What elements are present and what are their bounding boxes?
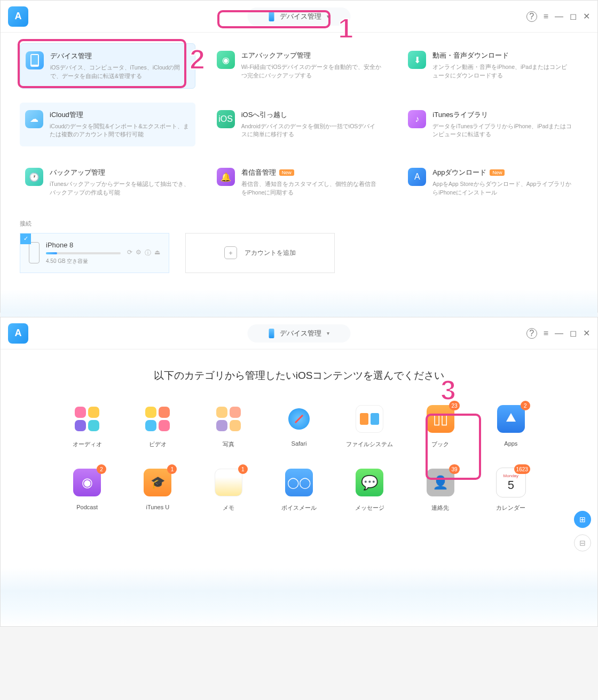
window-category-select: A デバイス管理 ▾ ? ≡ — ◻ ✕ 以下のカテゴリから管理したいiOSコン… <box>0 317 598 627</box>
feature-ios[interactable]: iOS iOSへ引っ越し Androidデバイスのデータを個別か一括でiOSデバ… <box>211 103 387 147</box>
bell-icon: 🔔 <box>217 168 235 186</box>
menu-icon[interactable]: ≡ <box>544 329 548 338</box>
category-name: Apps <box>504 440 517 447</box>
main-content: デバイス管理 iOSデバイス、コンピュータ、iTunes、iCloudの間で、デ… <box>1 33 597 289</box>
titlebar: A デバイス管理 ▾ ? ≡ — ◻ ✕ <box>1 1 597 33</box>
minimize-icon[interactable]: — <box>555 12 563 21</box>
feature-title: デバイス管理 <box>50 51 190 61</box>
phone-icon <box>26 51 44 69</box>
close-icon[interactable]: ✕ <box>583 11 590 21</box>
feature-desc: iCoudのデータを閲覧&インポート&エクスポート、または複数のアカウント間で移… <box>50 122 190 139</box>
category-name: ビデオ <box>149 440 167 448</box>
feature-clock[interactable]: 🕐 バックアップ管理 iTunesバックアップからデータを確認して抽出でき、バッ… <box>20 160 195 205</box>
category-audio[interactable]: オーディオ <box>59 404 115 448</box>
feature-wifi[interactable]: ◉ エアバックアップ管理 Wi-Fi経由でiOSデバイスのデータを自動的で、安全… <box>211 43 387 89</box>
feature-desc: iTunesバックアップからデータを確認して抽出でき、バックアップの作成も可能 <box>50 180 190 197</box>
device-icon <box>29 242 40 263</box>
contacts-icon: 👤39 <box>426 468 455 497</box>
download-icon: ⬇ <box>408 51 426 69</box>
audio-icon <box>72 404 102 434</box>
category-files[interactable]: ファイルシステム <box>342 404 397 448</box>
app-logo: A <box>8 6 28 27</box>
device-name: iPhone 8 <box>46 241 121 249</box>
category-notes[interactable]: 1 メモ <box>201 468 256 512</box>
notes-icon: 1 <box>214 468 243 497</box>
count-badge: 1 <box>167 464 177 474</box>
device-card[interactable]: ✓ iPhone 8 4.50 GB 空き容量 ⟳ ⚙ ⓘ ⏏ <box>20 233 169 273</box>
feature-desc: 着信音、通知音をカスタマイズし、個性的な着信音をiPhoneに同期する <box>241 180 382 197</box>
category-calendar[interactable]: Monday51623 カレンダー <box>483 468 539 512</box>
category-name: カレンダー <box>496 504 525 512</box>
feature-desc: オンライン動画・音声をiPhone、iPadまたはコンピュータにダウンロードする <box>432 63 573 80</box>
category-video[interactable]: ビデオ <box>130 404 185 448</box>
feature-phone[interactable]: デバイス管理 iOSデバイス、コンピュータ、iTunes、iCloudの間で、デ… <box>20 43 195 89</box>
category-grid: オーディオ ビデオ 写真 Safari ファイルシステム▯▯23 ブック2 Ap… <box>1 404 597 512</box>
grid-view-button[interactable]: ⊞ <box>574 511 591 528</box>
feature-title: エアバックアップ管理 <box>241 51 382 60</box>
feature-appstore[interactable]: A AppダウンロードNew AppをApp Storeからダウンロード、App… <box>403 160 578 205</box>
minimize-icon[interactable]: — <box>555 329 563 338</box>
maximize-icon[interactable]: ◻ <box>570 328 577 338</box>
mode-dropdown[interactable]: デバイス管理 ▾ <box>248 324 351 343</box>
chevron-down-icon: ▾ <box>327 13 329 19</box>
titlebar: A デバイス管理 ▾ ? ≡ — ◻ ✕ <box>1 317 597 349</box>
category-itunesu[interactable]: 🎓1 iTunes U <box>130 468 185 512</box>
category-messages[interactable]: 💬 メッセージ <box>342 468 397 512</box>
category-name: ブック <box>431 440 449 448</box>
side-buttons: ⊞ ⊟ <box>574 511 591 551</box>
safari-icon <box>284 404 314 434</box>
settings-icon[interactable]: ⚙ <box>136 248 141 258</box>
plus-icon: ＋ <box>224 246 237 259</box>
video-icon <box>143 404 172 434</box>
photos-icon <box>214 404 243 434</box>
messages-icon: 💬 <box>355 468 384 497</box>
feature-music[interactable]: ♪ iTunesライブラリ データをiTunesライブラリからiPhone、iP… <box>403 103 578 147</box>
category-podcast[interactable]: ◉2 Podcast <box>59 468 115 512</box>
feature-title: iTunesライブラリ <box>432 110 573 120</box>
count-badge: 23 <box>449 401 459 410</box>
count-badge: 2 <box>521 401 530 410</box>
info-icon[interactable]: ⓘ <box>145 248 151 258</box>
feature-bell[interactable]: 🔔 着信音管理New 着信音、通知音をカスタマイズし、個性的な着信音をiPhon… <box>211 160 387 205</box>
category-voicemail[interactable]: ◯◯ ボイスメール <box>271 468 327 512</box>
category-name: 写真 <box>223 440 234 448</box>
help-icon[interactable]: ? <box>526 328 537 339</box>
mode-label: デバイス管理 <box>280 12 321 21</box>
appstore-icon: A <box>408 168 426 186</box>
category-name: Podcast <box>76 504 98 510</box>
help-icon[interactable]: ? <box>526 11 537 22</box>
chevron-down-icon: ▾ <box>327 330 329 336</box>
voicemail-icon: ◯◯ <box>284 468 314 497</box>
count-badge: 2 <box>97 464 106 474</box>
category-photos[interactable]: 写真 <box>201 404 256 448</box>
add-account-button[interactable]: ＋ アカウントを追加 <box>185 233 335 273</box>
music-icon: ♪ <box>408 110 426 128</box>
feature-cloud[interactable]: ☁ iCloud管理 iCoudのデータを閲覧&インポート&エクスポート、または… <box>20 103 195 147</box>
device-storage: 4.50 GB 空き容量 <box>46 258 121 265</box>
svg-rect-1 <box>32 55 38 65</box>
eject-icon[interactable]: ⏏ <box>154 248 160 258</box>
refresh-icon[interactable]: ⟳ <box>127 248 132 258</box>
calendar-icon: Monday51623 <box>496 468 526 497</box>
menu-icon[interactable]: ≡ <box>544 12 548 21</box>
feature-desc: データをiTunesライブラリからiPhone、iPadまたはコンピュータに転送… <box>432 122 573 139</box>
maximize-icon[interactable]: ◻ <box>570 11 577 21</box>
category-safari[interactable]: Safari <box>271 404 327 448</box>
feature-title: iCloud管理 <box>50 110 190 120</box>
feature-desc: Wi-Fi経由でiOSデバイスのデータを自動的で、安全かつ完全にバックアップする <box>241 63 382 80</box>
category-books[interactable]: ▯▯23 ブック <box>412 404 468 448</box>
category-contacts[interactable]: 👤39 連絡先 <box>412 468 468 512</box>
category-name: Safari <box>292 440 307 447</box>
category-name: 連絡先 <box>431 504 449 512</box>
list-view-button[interactable]: ⊟ <box>574 534 591 551</box>
category-name: メッセージ <box>355 504 384 512</box>
itunesu-icon: 🎓1 <box>143 468 172 497</box>
mode-dropdown[interactable]: デバイス管理 ▾ <box>248 7 351 26</box>
category-apps[interactable]: 2 Apps <box>483 404 539 448</box>
close-icon[interactable]: ✕ <box>583 328 590 338</box>
decorative-wave <box>1 567 597 626</box>
feature-download[interactable]: ⬇ 動画・音声ダウンロード オンライン動画・音声をiPhone、iPadまたはコ… <box>403 43 578 89</box>
category-name: ファイルシステム <box>346 440 393 448</box>
feature-title: 動画・音声ダウンロード <box>432 51 573 60</box>
count-badge: 39 <box>449 464 459 474</box>
